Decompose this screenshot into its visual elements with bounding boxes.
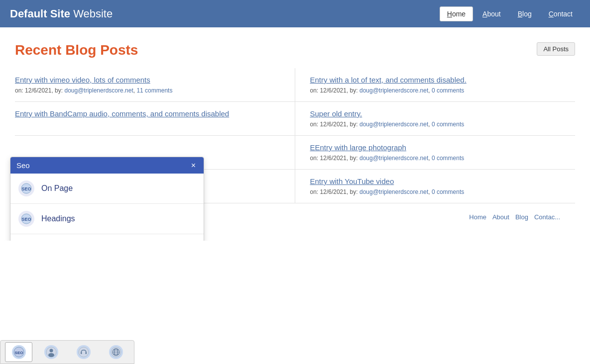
seo-panel: Seo × SEO On Page SEO: [10, 157, 204, 241]
blog-entry: Entry with a lot of text, and comments d…: [295, 68, 576, 102]
meta-date: 12/6/2021,: [25, 87, 55, 94]
blog-meta: on: 12/6/2021, by: doug@triplenerdscore.…: [310, 121, 568, 128]
meta-date: 12/6/2021,: [320, 188, 350, 195]
seo-on-page-icon: SEO: [18, 181, 34, 196]
seo-panel-body: SEO On Page SEO Headings S: [10, 174, 204, 241]
footer-nav-contact[interactable]: Contac...: [534, 213, 560, 221]
all-posts-button[interactable]: All Posts: [537, 42, 575, 56]
blog-entry: EEntry with large photograph on: 12/6/20…: [295, 136, 576, 170]
meta-comments[interactable]: 0 comments: [432, 188, 464, 195]
seo-panel-title: Seo: [16, 161, 30, 170]
blog-meta: on: 12/6/2021, by: doug@triplenerdscore.…: [310, 87, 568, 94]
main-content: Recent Blog Posts All Posts Entry with v…: [0, 27, 590, 241]
blog-meta: on: 12/6/2021, by: doug@triplenerdscore.…: [310, 155, 568, 162]
seo-on-page-label: On Page: [41, 184, 73, 193]
meta-author[interactable]: doug@triplenerdscore.net: [359, 87, 428, 94]
blog-entry: Entry with YouTube video on: 12/6/2021, …: [295, 170, 576, 203]
blog-link[interactable]: EEntry with large photograph: [310, 143, 568, 152]
svg-text:SEO: SEO: [21, 186, 31, 191]
meta-on: on:: [15, 87, 23, 94]
site-title: Default Site Website: [10, 7, 113, 20]
blog-link[interactable]: Entry with vimeo video, lots of comments: [15, 76, 280, 84]
footer-nav-home[interactable]: Home: [469, 213, 486, 221]
footer-nav-blog[interactable]: Blog: [515, 213, 528, 221]
meta-comments[interactable]: 0 comments: [432, 121, 464, 128]
blog-meta: on: 12/6/2021, by: doug@triplenerdscore.…: [310, 188, 568, 195]
meta-author[interactable]: doug@triplenerdscore.net: [64, 87, 133, 94]
blog-link[interactable]: Entry with BandCamp audio, comments, and…: [15, 109, 280, 118]
site-title-bold: Default Site: [10, 7, 70, 20]
seo-headings-icon: SEO: [18, 211, 34, 227]
nav-contact[interactable]: Contact: [541, 6, 580, 21]
site-title-normal: Website: [70, 7, 113, 20]
blog-link[interactable]: Entry with YouTube video: [310, 177, 568, 185]
nav-blog[interactable]: Blog: [510, 6, 539, 21]
meta-by: by:: [350, 155, 358, 162]
seo-panel-header: Seo ×: [10, 157, 204, 174]
footer-nav-about[interactable]: About: [492, 213, 509, 221]
seo-headings-label: Headings: [41, 214, 75, 223]
nav-home[interactable]: Home: [440, 6, 473, 21]
seo-panel-close-button[interactable]: ×: [189, 162, 198, 170]
blog-link[interactable]: Super old entry.: [310, 109, 568, 118]
meta-author[interactable]: doug@triplenerdscore.net: [359, 155, 428, 162]
meta-on: on:: [310, 87, 319, 94]
meta-by: by:: [350, 87, 358, 94]
meta-author[interactable]: doug@triplenerdscore.net: [359, 188, 428, 195]
blog-link[interactable]: Entry with a lot of text, and comments d…: [310, 76, 568, 84]
seo-menu-headings[interactable]: SEO Headings: [10, 204, 204, 234]
meta-by: by:: [350, 188, 358, 195]
meta-comments[interactable]: 0 comments: [432, 87, 464, 94]
meta-comments[interactable]: 0 comments: [432, 155, 464, 162]
meta-date: 12/6/2021,: [320, 87, 350, 94]
meta-by: by:: [350, 121, 358, 128]
main-header: Recent Blog Posts All Posts: [15, 42, 575, 58]
blog-entry: Entry with BandCamp audio, comments, and…: [15, 102, 295, 136]
site-header: Default Site Website Home About Blog Con…: [0, 0, 590, 27]
seo-menu-sentiment[interactable]: SEO Sentiment: [10, 234, 204, 241]
meta-date: 12/6/2021,: [320, 155, 350, 162]
svg-text:SEO: SEO: [21, 217, 31, 222]
meta-on: on:: [310, 155, 319, 162]
blog-entry: Entry with vimeo video, lots of comments…: [15, 68, 295, 102]
main-nav: Home About Blog Contact: [440, 6, 580, 21]
meta-on: on:: [310, 188, 319, 195]
seo-menu-on-page[interactable]: SEO On Page: [10, 174, 204, 204]
page-title: Recent Blog Posts: [15, 42, 138, 58]
meta-comments[interactable]: 11 comments: [136, 87, 172, 94]
nav-about[interactable]: About: [475, 6, 508, 21]
blog-entry: Super old entry. on: 12/6/2021, by: doug…: [295, 102, 576, 136]
meta-author[interactable]: doug@triplenerdscore.net: [359, 121, 428, 128]
meta-on: on:: [310, 121, 319, 128]
blog-meta: on: 12/6/2021, by: doug@triplenerdscore.…: [15, 87, 280, 94]
meta-date: 12/6/2021,: [320, 121, 350, 128]
meta-by: by:: [55, 87, 63, 94]
